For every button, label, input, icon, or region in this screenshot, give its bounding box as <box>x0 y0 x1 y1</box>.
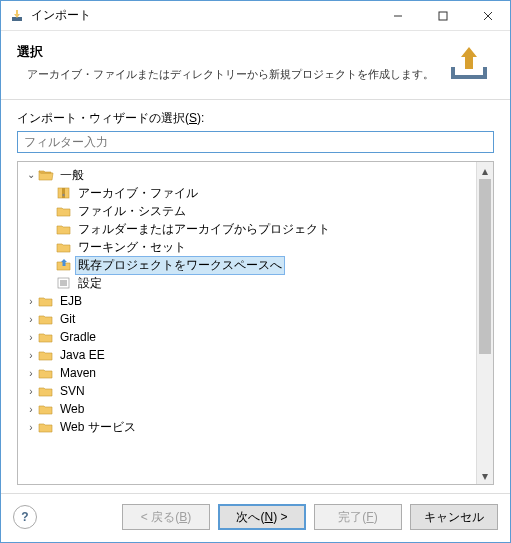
vertical-scrollbar[interactable]: ▴ ▾ <box>476 162 493 484</box>
tree-item-label: Web サービス <box>58 419 138 436</box>
folder-icon <box>56 257 72 273</box>
chevron-right-icon[interactable]: › <box>24 294 38 308</box>
chevron-right-icon[interactable]: › <box>24 366 38 380</box>
folder-icon <box>38 365 54 381</box>
tree-item-label: EJB <box>58 294 84 308</box>
tree-item-label: Web <box>58 402 86 416</box>
tree-item[interactable]: ›Web <box>18 400 476 418</box>
tree-item-label: フォルダーまたはアーカイブからプロジェクト <box>76 221 332 238</box>
tree-item[interactable]: ›フォルダーまたはアーカイブからプロジェクト <box>18 220 476 238</box>
wizard-select-label: インポート・ウィザードの選択(S): <box>17 110 494 127</box>
folder-icon <box>56 239 72 255</box>
folder-icon <box>38 329 54 345</box>
chevron-right-icon[interactable]: › <box>24 330 38 344</box>
scroll-down-button[interactable]: ▾ <box>477 467 493 484</box>
chevron-right-icon[interactable]: › <box>24 348 38 362</box>
folder-icon <box>56 275 72 291</box>
tree-item-label: アーカイブ・ファイル <box>76 185 200 202</box>
cancel-button[interactable]: キャンセル <box>410 504 498 530</box>
folder-icon <box>38 419 54 435</box>
folder-icon <box>38 347 54 363</box>
finish-button[interactable]: 完了(F) <box>314 504 402 530</box>
tree-item-label: Maven <box>58 366 98 380</box>
wizard-tree-container: ⌄一般›アーカイブ・ファイル›ファイル・システム›フォルダーまたはアーカイブから… <box>17 161 494 485</box>
tree-item[interactable]: ›SVN <box>18 382 476 400</box>
next-button[interactable]: 次へ(N) > <box>218 504 306 530</box>
tree-item[interactable]: ›Java EE <box>18 346 476 364</box>
app-icon <box>9 8 25 24</box>
import-icon <box>444 43 494 83</box>
tree-item[interactable]: ›設定 <box>18 274 476 292</box>
wizard-banner: 選択 アーカイブ・ファイルまたはディレクトリーから新規プロジェクトを作成します。 <box>1 31 510 100</box>
tree-item[interactable]: ›ワーキング・セット <box>18 238 476 256</box>
tree-item[interactable]: ›既存プロジェクトをワークスペースへ <box>18 256 476 274</box>
tree-item-label: 既存プロジェクトをワークスペースへ <box>76 257 284 274</box>
banner-title: 選択 <box>17 43 444 61</box>
folder-icon <box>56 221 72 237</box>
chevron-right-icon[interactable]: › <box>24 312 38 326</box>
wizard-main: インポート・ウィザードの選択(S): ⌄一般›アーカイブ・ファイル›ファイル・シ… <box>1 100 510 493</box>
tree-item[interactable]: ›ファイル・システム <box>18 202 476 220</box>
scroll-up-button[interactable]: ▴ <box>477 162 493 179</box>
folder-icon <box>38 167 54 183</box>
tree-item-label: 設定 <box>76 275 104 292</box>
folder-icon <box>56 185 72 201</box>
scrollbar-thumb[interactable] <box>479 179 491 354</box>
chevron-down-icon[interactable]: ⌄ <box>24 167 38 181</box>
titlebar: インポート <box>1 1 510 31</box>
tree-item[interactable]: ›Gradle <box>18 328 476 346</box>
tree-item-label: ワーキング・セット <box>76 239 188 256</box>
folder-icon <box>56 203 72 219</box>
tree-item-label: Gradle <box>58 330 98 344</box>
folder-icon <box>38 383 54 399</box>
tree-item[interactable]: ›Git <box>18 310 476 328</box>
chevron-right-icon[interactable]: › <box>24 402 38 416</box>
wizard-tree[interactable]: ⌄一般›アーカイブ・ファイル›ファイル・システム›フォルダーまたはアーカイブから… <box>18 162 476 484</box>
tree-item[interactable]: ›Web サービス <box>18 418 476 436</box>
tree-item[interactable]: ›EJB <box>18 292 476 310</box>
chevron-right-icon[interactable]: › <box>24 420 38 434</box>
maximize-button[interactable] <box>420 1 465 30</box>
wizard-footer: ? < 戻る(B) 次へ(N) > 完了(F) キャンセル <box>1 493 510 542</box>
banner-description: アーカイブ・ファイルまたはディレクトリーから新規プロジェクトを作成します。 <box>17 67 444 82</box>
tree-item-label: 一般 <box>58 167 86 184</box>
folder-icon <box>38 293 54 309</box>
tree-item-label: SVN <box>58 384 87 398</box>
chevron-right-icon[interactable]: › <box>24 384 38 398</box>
tree-item[interactable]: ⌄一般 <box>18 166 476 184</box>
filter-input[interactable] <box>17 131 494 153</box>
tree-item-label: Git <box>58 312 77 326</box>
tree-item[interactable]: ›Maven <box>18 364 476 382</box>
svg-point-7 <box>62 194 64 196</box>
close-button[interactable] <box>465 1 510 30</box>
tree-item[interactable]: ›アーカイブ・ファイル <box>18 184 476 202</box>
help-button[interactable]: ? <box>13 505 37 529</box>
tree-item-label: ファイル・システム <box>76 203 188 220</box>
svg-rect-2 <box>439 12 447 20</box>
svg-rect-6 <box>62 188 65 198</box>
tree-item-label: Java EE <box>58 348 107 362</box>
minimize-button[interactable] <box>375 1 420 30</box>
window-controls <box>375 1 510 30</box>
back-button[interactable]: < 戻る(B) <box>122 504 210 530</box>
folder-icon <box>38 401 54 417</box>
folder-icon <box>38 311 54 327</box>
window-title: インポート <box>31 7 375 24</box>
